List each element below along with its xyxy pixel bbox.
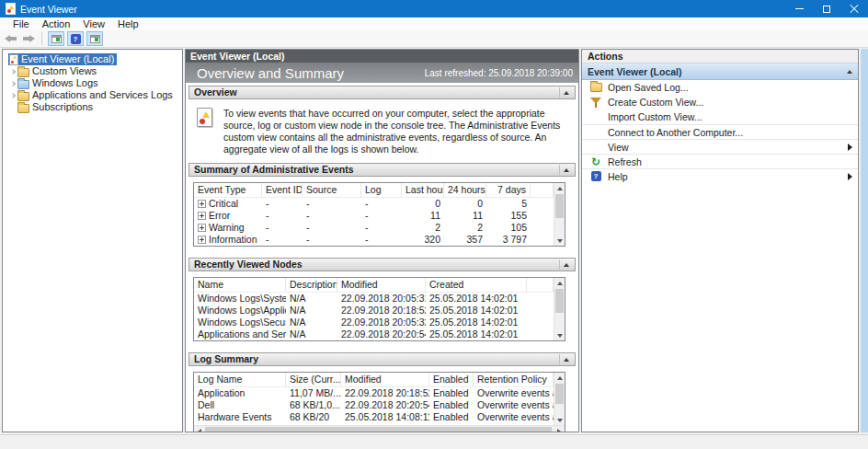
scroll-down-button[interactable]: [554, 236, 565, 246]
scrollbar-thumb[interactable]: [555, 194, 564, 218]
scroll-up-button[interactable]: [554, 183, 565, 193]
column-header-last-hour[interactable]: Last hour: [402, 183, 444, 197]
admin-events-table: Event Type Event ID Source Log Last hour…: [193, 182, 565, 247]
back-button[interactable]: [5, 35, 17, 43]
action-help[interactable]: ? Help: [582, 168, 858, 183]
section-header-recent-nodes[interactable]: Recently Viewed Nodes: [188, 258, 576, 271]
scrollbar-thumb[interactable]: [555, 289, 564, 313]
expand-icon[interactable]: [198, 212, 206, 220]
close-button[interactable]: [840, 0, 868, 17]
collapse-arrow-icon: [564, 91, 569, 95]
scrollbar-thumb[interactable]: [205, 427, 552, 432]
collapse-button[interactable]: [559, 259, 573, 270]
filter-icon: [590, 97, 601, 108]
horizontal-scrollbar[interactable]: [194, 425, 565, 432]
last-refreshed-text: Last refreshed: 25.09.2018 20:39:00: [425, 68, 578, 78]
scroll-left-button[interactable]: [194, 426, 205, 432]
column-header-event-id[interactable]: Event ID: [262, 183, 303, 197]
section-header-overview[interactable]: Overview: [188, 86, 576, 99]
column-header-modified[interactable]: Modified: [337, 278, 426, 292]
collapse-button[interactable]: [559, 165, 573, 175]
table-row-warning[interactable]: Warning - - - 2 2 105: [194, 222, 554, 234]
column-header-event-type[interactable]: Event Type: [194, 183, 262, 197]
maximize-icon: [823, 6, 830, 13]
action-view[interactable]: View: [582, 139, 858, 154]
scroll-right-button[interactable]: [554, 426, 565, 432]
table-row-information[interactable]: Information - - - 320 357 3 797: [194, 234, 554, 246]
tree-item-custom-views[interactable]: Custom Views: [3, 65, 182, 77]
action-refresh[interactable]: ↻ Refresh: [582, 154, 858, 168]
column-header-description[interactable]: Description: [286, 278, 337, 292]
recent-nodes-table: Name Description Modified Created Window…: [193, 277, 565, 341]
tree-item-event-viewer-local[interactable]: Event Viewer (Local): [3, 53, 182, 65]
scroll-down-button[interactable]: [554, 330, 565, 340]
collapse-button[interactable]: [559, 354, 573, 364]
scroll-down-icon: [557, 419, 563, 422]
scrollbar-thumb[interactable]: [555, 384, 564, 404]
menu-action[interactable]: Action: [36, 17, 77, 30]
table-row[interactable]: Windows Logs\Security N/A 22.09.2018 20:…: [194, 317, 554, 328]
results-panel: Event Viewer (Local) Overview and Summar…: [185, 49, 579, 432]
table-row[interactable]: Dell 68 KB/1,0... 22.09.2018 20:20:54 En…: [194, 399, 554, 411]
tree-item-applications-services-logs[interactable]: Applications and Services Logs: [3, 89, 182, 101]
show-action-pane-button[interactable]: [86, 31, 103, 46]
menu-help[interactable]: Help: [111, 17, 145, 30]
action-connect-to-another-computer[interactable]: Connect to Another Computer...: [582, 124, 858, 139]
column-header-retention-policy[interactable]: Retention Policy: [474, 373, 554, 386]
actions-group-header[interactable]: Event Viewer (Local): [582, 63, 858, 80]
expand-chevron[interactable]: [8, 70, 17, 74]
vertical-scrollbar[interactable]: [554, 183, 565, 246]
minimize-icon: [795, 8, 804, 9]
action-create-custom-view[interactable]: Create Custom View...: [582, 95, 858, 109]
vertical-scrollbar[interactable]: [554, 373, 565, 425]
column-header-log-name[interactable]: Log Name: [194, 373, 286, 386]
action-import-custom-view[interactable]: Import Custom View...: [582, 109, 858, 124]
column-header-7-days[interactable]: 7 days: [486, 183, 531, 197]
refresh-icon: ↻: [591, 156, 600, 167]
expand-icon[interactable]: [198, 224, 206, 232]
menu-file[interactable]: File: [6, 17, 36, 30]
scroll-up-button[interactable]: [554, 373, 565, 383]
tree-selection-highlight[interactable]: Event Viewer (Local): [8, 53, 117, 65]
table-row-error[interactable]: Error - - - 11 11 155: [194, 210, 554, 222]
expand-chevron[interactable]: [8, 94, 17, 98]
scroll-up-button[interactable]: [554, 278, 565, 288]
help-icon: ?: [591, 171, 601, 181]
column-header-enabled[interactable]: Enabled: [429, 373, 474, 386]
tree-item-subscriptions[interactable]: Subscriptions: [3, 101, 182, 113]
collapse-button[interactable]: [559, 87, 573, 98]
expand-icon[interactable]: [198, 200, 206, 208]
show-console-tree-button[interactable]: [48, 31, 64, 46]
expand-chevron[interactable]: [8, 82, 17, 86]
scroll-up-icon: [557, 376, 563, 380]
table-row[interactable]: Windows Logs\System N/A 22.09.2018 20:05…: [194, 293, 554, 305]
vertical-scrollbar[interactable]: [554, 278, 565, 340]
table-header-row: Name Description Modified Created: [194, 278, 554, 293]
expand-icon[interactable]: [198, 236, 206, 244]
section-header-admin-events[interactable]: Summary of Administrative Events: [188, 163, 576, 177]
table-row-critical[interactable]: Critical - - - 0 0 5: [194, 198, 554, 210]
menu-view[interactable]: View: [76, 17, 111, 30]
column-header-log[interactable]: Log: [361, 183, 402, 197]
table-row[interactable]: Application 11,07 MB/... 22.09.2018 20:1…: [194, 387, 554, 399]
action-open-saved-log[interactable]: Open Saved Log...: [582, 80, 858, 95]
forward-button[interactable]: [22, 35, 35, 43]
column-header-created[interactable]: Created: [426, 278, 527, 292]
help-toolbar-button[interactable]: ?: [67, 31, 84, 46]
tree-item-windows-logs[interactable]: Windows Logs: [3, 77, 182, 89]
collapse-arrow-icon: [564, 168, 569, 172]
scroll-down-button[interactable]: [554, 415, 565, 425]
table-row[interactable]: Windows Logs\Applicati N/A 22.09.2018 20…: [194, 305, 554, 317]
section-header-log-summary[interactable]: Log Summary: [188, 352, 576, 366]
status-bar: [0, 434, 868, 449]
column-header-modified[interactable]: Modified: [341, 373, 429, 386]
column-header-24-hours[interactable]: 24 hours: [444, 183, 486, 197]
minimize-button[interactable]: [785, 0, 813, 17]
column-header-name[interactable]: Name: [194, 278, 286, 292]
column-header-size[interactable]: Size (Curr...: [286, 373, 341, 386]
column-header-source[interactable]: Source: [303, 183, 361, 197]
table-row[interactable]: Hardware Events 68 KB/20 25.05.2018 14:0…: [194, 411, 554, 423]
scroll-up-icon: [557, 187, 563, 190]
maximize-button[interactable]: [813, 0, 840, 17]
table-row[interactable]: Applications and Service... N/A 22.09.20…: [194, 328, 554, 340]
